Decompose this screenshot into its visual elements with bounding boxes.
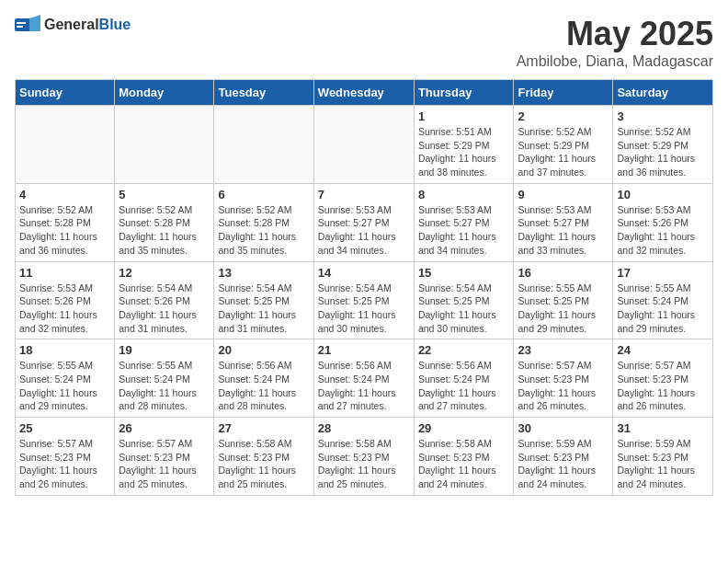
- day-info: Sunrise: 5:55 AM Sunset: 5:24 PM Dayligh…: [617, 282, 709, 336]
- day-info: Sunrise: 5:52 AM Sunset: 5:29 PM Dayligh…: [518, 125, 609, 179]
- day-number: 19: [119, 343, 210, 357]
- day-info: Sunrise: 5:51 AM Sunset: 5:29 PM Dayligh…: [418, 125, 510, 179]
- day-info: Sunrise: 5:59 AM Sunset: 5:23 PM Dayligh…: [617, 437, 709, 491]
- day-number: 5: [119, 188, 210, 201]
- calendar-week-1: 1Sunrise: 5:51 AM Sunset: 5:29 PM Daylig…: [16, 106, 713, 184]
- calendar-cell: 22Sunrise: 5:56 AM Sunset: 5:24 PM Dayli…: [414, 339, 514, 418]
- day-info: Sunrise: 5:52 AM Sunset: 5:28 PM Dayligh…: [19, 203, 110, 258]
- calendar-header-saturday: Saturday: [613, 80, 713, 106]
- day-number: 11: [19, 266, 110, 280]
- day-number: 9: [518, 188, 609, 201]
- day-number: 27: [218, 421, 309, 435]
- day-info: Sunrise: 5:57 AM Sunset: 5:23 PM Dayligh…: [518, 359, 609, 413]
- day-number: 3: [617, 109, 709, 123]
- calendar-header-sunday: Sunday: [16, 80, 115, 106]
- day-info: Sunrise: 5:57 AM Sunset: 5:23 PM Dayligh…: [19, 437, 110, 491]
- day-info: Sunrise: 5:58 AM Sunset: 5:23 PM Dayligh…: [218, 437, 309, 491]
- logo-general: General: [44, 17, 99, 32]
- calendar-cell: 13Sunrise: 5:54 AM Sunset: 5:25 PM Dayli…: [214, 261, 313, 339]
- calendar-cell: [214, 106, 313, 184]
- calendar-header-row: SundayMondayTuesdayWednesdayThursdayFrid…: [16, 80, 713, 106]
- calendar-cell: 21Sunrise: 5:56 AM Sunset: 5:24 PM Dayli…: [313, 339, 414, 418]
- day-number: 1: [418, 109, 510, 123]
- day-info: Sunrise: 5:56 AM Sunset: 5:24 PM Dayligh…: [418, 359, 510, 413]
- day-info: Sunrise: 5:52 AM Sunset: 5:29 PM Dayligh…: [617, 125, 709, 179]
- calendar-cell: [313, 106, 414, 184]
- day-number: 4: [19, 188, 110, 201]
- day-number: 23: [518, 343, 609, 357]
- day-info: Sunrise: 5:52 AM Sunset: 5:28 PM Dayligh…: [119, 203, 210, 258]
- calendar-cell: 24Sunrise: 5:57 AM Sunset: 5:23 PM Dayli…: [613, 339, 713, 418]
- title-block: May 2025 Ambilobe, Diana, Madagascar: [517, 15, 713, 70]
- day-number: 7: [318, 188, 410, 201]
- logo-icon: [15, 15, 40, 35]
- day-info: Sunrise: 5:54 AM Sunset: 5:26 PM Dayligh…: [119, 282, 210, 336]
- calendar-cell: 5Sunrise: 5:52 AM Sunset: 5:28 PM Daylig…: [115, 183, 214, 261]
- calendar-cell: [115, 106, 214, 184]
- calendar-cell: 27Sunrise: 5:58 AM Sunset: 5:23 PM Dayli…: [214, 418, 313, 496]
- day-number: 30: [518, 421, 609, 435]
- day-info: Sunrise: 5:54 AM Sunset: 5:25 PM Dayligh…: [318, 282, 410, 336]
- day-number: 16: [518, 266, 609, 280]
- day-info: Sunrise: 5:53 AM Sunset: 5:27 PM Dayligh…: [418, 203, 510, 258]
- day-number: 25: [19, 421, 110, 435]
- calendar-cell: 1Sunrise: 5:51 AM Sunset: 5:29 PM Daylig…: [414, 106, 514, 184]
- calendar-cell: 6Sunrise: 5:52 AM Sunset: 5:28 PM Daylig…: [214, 183, 313, 261]
- day-number: 13: [218, 266, 309, 280]
- calendar-cell: 23Sunrise: 5:57 AM Sunset: 5:23 PM Dayli…: [514, 339, 613, 418]
- svg-rect-3: [17, 26, 23, 28]
- logo-text: GeneralBlue: [44, 17, 131, 33]
- day-info: Sunrise: 5:55 AM Sunset: 5:25 PM Dayligh…: [518, 282, 609, 336]
- svg-marker-1: [29, 15, 40, 31]
- day-number: 17: [617, 266, 709, 280]
- day-info: Sunrise: 5:58 AM Sunset: 5:23 PM Dayligh…: [418, 437, 510, 491]
- calendar-table: SundayMondayTuesdayWednesdayThursdayFrid…: [15, 79, 713, 496]
- day-info: Sunrise: 5:53 AM Sunset: 5:26 PM Dayligh…: [19, 282, 110, 336]
- calendar-cell: 26Sunrise: 5:57 AM Sunset: 5:23 PM Dayli…: [115, 418, 214, 496]
- calendar-cell: 18Sunrise: 5:55 AM Sunset: 5:24 PM Dayli…: [16, 339, 115, 418]
- calendar-cell: 20Sunrise: 5:56 AM Sunset: 5:24 PM Dayli…: [214, 339, 313, 418]
- day-number: 22: [418, 343, 510, 357]
- day-number: 24: [617, 343, 709, 357]
- calendar-cell: 12Sunrise: 5:54 AM Sunset: 5:26 PM Dayli…: [115, 261, 214, 339]
- svg-rect-2: [17, 22, 26, 24]
- day-number: 2: [518, 109, 609, 123]
- day-info: Sunrise: 5:54 AM Sunset: 5:25 PM Dayligh…: [218, 282, 309, 336]
- day-number: 10: [617, 188, 709, 201]
- calendar-cell: 14Sunrise: 5:54 AM Sunset: 5:25 PM Dayli…: [313, 261, 414, 339]
- day-number: 12: [119, 266, 210, 280]
- day-number: 28: [318, 421, 410, 435]
- day-info: Sunrise: 5:57 AM Sunset: 5:23 PM Dayligh…: [617, 359, 709, 413]
- calendar-header-wednesday: Wednesday: [313, 80, 414, 106]
- day-number: 21: [318, 343, 410, 357]
- calendar-week-5: 25Sunrise: 5:57 AM Sunset: 5:23 PM Dayli…: [16, 418, 713, 496]
- day-info: Sunrise: 5:53 AM Sunset: 5:27 PM Dayligh…: [518, 203, 609, 258]
- calendar-cell: 2Sunrise: 5:52 AM Sunset: 5:29 PM Daylig…: [514, 106, 613, 184]
- day-info: Sunrise: 5:57 AM Sunset: 5:23 PM Dayligh…: [119, 437, 210, 491]
- day-number: 29: [418, 421, 510, 435]
- calendar-cell: 9Sunrise: 5:53 AM Sunset: 5:27 PM Daylig…: [514, 183, 613, 261]
- calendar-cell: 25Sunrise: 5:57 AM Sunset: 5:23 PM Dayli…: [16, 418, 115, 496]
- calendar-cell: 28Sunrise: 5:58 AM Sunset: 5:23 PM Dayli…: [313, 418, 414, 496]
- logo-blue: Blue: [99, 17, 131, 32]
- day-number: 18: [19, 343, 110, 357]
- calendar-cell: 4Sunrise: 5:52 AM Sunset: 5:28 PM Daylig…: [16, 183, 115, 261]
- calendar-week-2: 4Sunrise: 5:52 AM Sunset: 5:28 PM Daylig…: [16, 183, 713, 261]
- calendar-cell: 17Sunrise: 5:55 AM Sunset: 5:24 PM Dayli…: [613, 261, 713, 339]
- day-info: Sunrise: 5:54 AM Sunset: 5:25 PM Dayligh…: [418, 282, 510, 336]
- day-info: Sunrise: 5:53 AM Sunset: 5:27 PM Dayligh…: [318, 203, 410, 258]
- calendar-cell: 8Sunrise: 5:53 AM Sunset: 5:27 PM Daylig…: [414, 183, 514, 261]
- calendar-header-friday: Friday: [514, 80, 613, 106]
- calendar-cell: 29Sunrise: 5:58 AM Sunset: 5:23 PM Dayli…: [414, 418, 514, 496]
- day-number: 31: [617, 421, 709, 435]
- day-info: Sunrise: 5:55 AM Sunset: 5:24 PM Dayligh…: [119, 359, 210, 413]
- day-info: Sunrise: 5:59 AM Sunset: 5:23 PM Dayligh…: [518, 437, 609, 491]
- calendar-header-tuesday: Tuesday: [214, 80, 313, 106]
- day-info: Sunrise: 5:56 AM Sunset: 5:24 PM Dayligh…: [318, 359, 410, 413]
- calendar-header-thursday: Thursday: [414, 80, 514, 106]
- day-info: Sunrise: 5:53 AM Sunset: 5:26 PM Dayligh…: [617, 203, 709, 258]
- day-info: Sunrise: 5:55 AM Sunset: 5:24 PM Dayligh…: [19, 359, 110, 413]
- day-info: Sunrise: 5:56 AM Sunset: 5:24 PM Dayligh…: [218, 359, 309, 413]
- calendar-cell: [16, 106, 115, 184]
- day-info: Sunrise: 5:58 AM Sunset: 5:23 PM Dayligh…: [318, 437, 410, 491]
